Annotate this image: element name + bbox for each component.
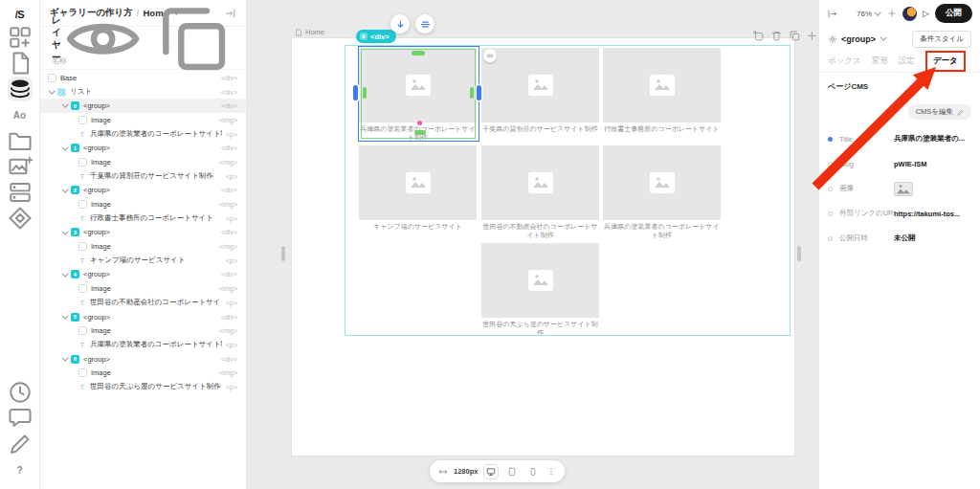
chevron-down-icon[interactable] [61,102,69,110]
page-resize-handle-right[interactable] [797,246,801,261]
history-icon[interactable] [8,380,33,405]
apps-icon[interactable] [8,206,33,231]
pencil-icon[interactable] [8,432,33,456]
layer-row[interactable]: 5 <group> <div> [40,310,246,324]
layer-row[interactable]: 2 <group> <div> [40,184,246,198]
move-down-button[interactable] [390,14,410,33]
layer-row[interactable]: T 行政書士事務所のコーポレートサイト <p> [40,211,246,226]
layer-row[interactable]: 3 <group> <div> [40,226,246,240]
gallery-card[interactable]: キャンプ場のサービスサイト [359,145,477,232]
layer-row[interactable]: 0 <group> <div> [40,99,246,113]
chevron-down-icon[interactable] [61,313,69,321]
card-title[interactable]: 世田谷の不動産会社のコーポレートサイト制作 [481,223,599,239]
avatar[interactable] [902,7,917,21]
layer-row[interactable]: T 兵庫県の塗装業者のコーポレートサイト制作 <p> [40,338,246,352]
image-placeholder[interactable] [603,145,721,220]
layer-name-filter-input[interactable] [52,56,234,65]
padding-handle-left[interactable] [363,87,367,99]
layer-row[interactable]: T キャンプ場のサービスサイト <p> [40,254,246,268]
cms-field-publish-date[interactable]: 公開日時 未公開 [819,226,980,251]
card-title[interactable]: キャンプ場のサービスサイト [359,223,477,232]
gallery-card[interactable]: 千葉県の貸別荘のサービスサイト制作 [481,48,599,134]
assets-folder-icon[interactable] [8,128,33,153]
image-placeholder[interactable] [359,48,477,122]
card-title[interactable]: 行政書士事務所のコーポレートサイト [603,125,721,134]
cms-field-image[interactable]: 画像 [819,176,980,201]
visibility-eye-icon[interactable] [62,0,144,80]
chevron-down-icon[interactable] [61,144,69,152]
image-placeholder[interactable] [481,48,599,122]
layer-row[interactable]: 1 <group> <div> [40,141,246,155]
pages-icon[interactable] [8,51,33,76]
layer-row[interactable]: Image <img> [40,281,246,296]
layer-row[interactable]: 6 <group> <div> [40,352,246,367]
publish-button[interactable]: 公開 [935,4,972,23]
chevron-down-icon[interactable] [61,355,69,363]
edit-cms-button[interactable]: CMSを編集 [908,104,971,120]
card-title[interactable]: 世田谷の天ぷら屋のサービスサイト制作 [481,321,599,337]
gallery-card[interactable]: 行政書士事務所のコーポレートサイト [603,48,721,134]
image-thumbnail[interactable] [894,182,913,196]
device-desktop-button[interactable] [483,464,499,479]
cms-link-badge[interactable]: ∞ [483,49,497,62]
component-icon[interactable] [752,30,765,42]
page-resize-handle-left[interactable] [281,246,285,261]
padding-handle-right[interactable] [470,87,474,99]
cms-field-external-url[interactable]: 外部リンクのURL https://takumi-tos... [819,201,980,226]
layer-row[interactable]: Image <img> [40,197,246,211]
layers-icon[interactable] [8,77,33,101]
layer-row[interactable]: Image <img> [40,239,246,254]
resize-handle-right[interactable] [477,85,481,100]
expand-panel-icon[interactable] [827,9,837,19]
layer-row[interactable]: T 世田谷の不動産会社のコーポレートサイト制作 <p> [40,296,246,310]
layer-row[interactable]: Image <img> [40,323,246,338]
layer-row[interactable]: Image <img> [40,366,246,380]
tab-settings[interactable]: 設定 [899,56,915,67]
align-distribute-button[interactable] [415,14,434,33]
copy-icon[interactable] [789,30,801,42]
resize-handle-left[interactable] [353,85,358,100]
trash-icon[interactable] [770,30,783,42]
layer-row[interactable]: Base <div> [40,71,246,85]
cms-field-slug[interactable]: Slug pWIE-ISM [819,151,980,176]
spacing-handle-dot[interactable] [417,121,422,125]
gallery-card[interactable]: 世田谷の不動産会社のコーポレートサイト制作 [481,145,599,239]
zoom-selector[interactable]: 76% [857,10,881,18]
chevron-down-icon[interactable] [61,187,69,194]
chevron-down-icon[interactable] [880,35,887,43]
layer-row[interactable]: リスト <div> [40,85,246,100]
gallery-card[interactable]: 世田谷の天ぷら屋のサービスサイト制作 [481,243,599,337]
invite-plus-icon[interactable] [887,9,897,18]
image-placeholder[interactable] [603,48,721,122]
tab-transform[interactable]: 変形 [872,56,888,67]
resize-width-icon[interactable] [438,467,448,477]
layer-row[interactable]: T 世田谷の天ぷら屋のサービスサイト制作 <p> [40,380,246,394]
card-title[interactable]: 千葉県の貸別荘のサービスサイト制作 [481,125,599,134]
device-tablet-button[interactable] [504,464,520,479]
cms-field-title[interactable]: Title 兵庫県の塗装業者の... [819,126,980,151]
duplicate-layers-icon[interactable] [153,0,234,80]
tab-data[interactable]: データ [925,51,966,72]
chevron-down-icon[interactable] [48,88,56,96]
gallery-card[interactable]: 兵庫県の塗装業者のコーポレートサイト制作 [603,145,721,239]
layer-row[interactable]: Image <img> [40,155,246,169]
device-phone-button[interactable] [525,464,541,479]
preview-play-button[interactable]: ▷ [923,9,929,18]
layer-row[interactable]: T 千葉県の貸別荘のサービスサイト制作 <p> [40,169,246,184]
selected-element-tag[interactable]: <group> [841,34,876,44]
comments-icon[interactable] [8,406,33,431]
layer-row[interactable]: 4 <group> <div> [40,268,246,282]
conditional-style-button[interactable]: 条件スタイル [912,31,971,48]
add-elements-icon[interactable] [8,25,33,50]
page-width-value[interactable]: 1280px [454,467,478,476]
canvas-area[interactable]: Home 0 <div> 兵庫県の塗装業者のコーポレートサイト制作 [247,0,818,489]
selected-element-badge[interactable]: 0 <div> [356,30,396,43]
gallery-card[interactable]: 兵庫県の塗装業者のコーポレートサイト制作 [359,48,477,142]
media-icon[interactable] [8,154,33,179]
typography-icon[interactable]: Ao [8,102,33,127]
cms-icon[interactable] [8,180,33,205]
chevron-down-icon[interactable] [61,229,69,236]
page-label[interactable]: Home [295,28,324,36]
card-title[interactable]: 兵庫県の塗装業者のコーポレートサイト制作 [603,223,721,239]
tab-box[interactable]: ボックス [828,56,861,67]
